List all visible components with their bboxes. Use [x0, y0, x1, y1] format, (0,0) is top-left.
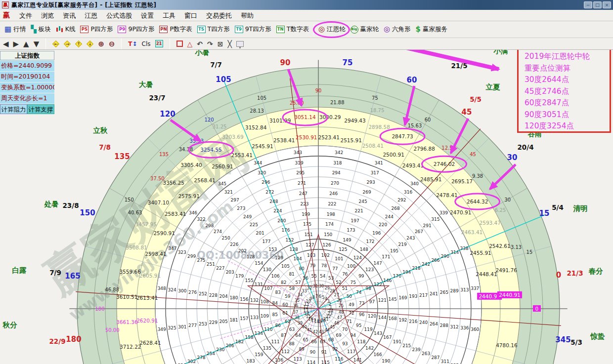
diamond-right-icon[interactable]: →	[64, 40, 71, 47]
degree-label: 90	[315, 88, 322, 93]
spiral-number: 32	[307, 286, 312, 290]
triangle-tool-icon[interactable]: △	[187, 40, 193, 48]
zoom-in-icon[interactable]: ⊕	[98, 40, 104, 48]
menu-item-资讯[interactable]: 资讯	[58, 11, 80, 20]
toolbar-button-sectors[interactable]: ▚板块	[28, 24, 53, 35]
toolbar-button-hexagon[interactable]: ◎六角形	[381, 24, 413, 35]
t-table-icon: TN	[276, 26, 285, 33]
window-title: 赢家江恩专业版[赢家服务平台] - [上证指数 江恩轮]	[11, 1, 156, 9]
menu-item-设置[interactable]: 设置	[136, 11, 158, 20]
spiral-number: 40	[302, 325, 307, 329]
minimize-button[interactable]: −	[584, 1, 592, 8]
percent-label: 50.00	[105, 327, 120, 333]
rect-tool-icon[interactable]	[176, 40, 183, 47]
t-updown-icon[interactable]: T↕	[128, 40, 137, 47]
restore-button[interactable]: □	[593, 1, 602, 8]
separator	[313, 24, 314, 35]
spiral-number: 158	[245, 335, 253, 340]
toolbar-button-p-square[interactable]: PSP四方形	[78, 24, 115, 35]
back-icon[interactable]: ◀	[3, 40, 9, 48]
forward-icon[interactable]: ▶	[13, 40, 19, 48]
spiral-number: 217	[419, 293, 428, 298]
spiral-number: 74	[356, 290, 362, 295]
solar-date-label: 23/7	[149, 94, 165, 102]
toolbar-button-t-square[interactable]: TST四方形	[195, 24, 232, 35]
diamond-left-icon[interactable]: ←	[52, 40, 59, 47]
spiral-number: 79	[310, 263, 316, 268]
rim-degree-label: 180	[66, 335, 81, 344]
spiral-number: 344	[254, 161, 262, 165]
spiral-number: 62	[285, 319, 290, 324]
spiral-number: 3	[327, 299, 330, 304]
toolbar-button-p-table[interactable]: PNP数字表	[157, 24, 194, 35]
outer-price-label: 3661.36	[116, 319, 138, 325]
toolbar-label: 板块	[39, 25, 51, 34]
toolbar-label: K线	[65, 25, 76, 34]
info-row: 周天变化步长=1	[0, 93, 54, 104]
toolbar-button-9p-square[interactable]: P99P四方形	[115, 24, 157, 35]
spiral-number: 313	[460, 287, 469, 292]
spiral-number: 29	[325, 286, 330, 290]
toolbar-button-t-table[interactable]: TNT数字表	[274, 24, 311, 35]
cross-tool-icon[interactable]: ╳	[228, 40, 232, 48]
calc-support-button[interactable]: 计算支撑	[27, 104, 54, 114]
spiral-number: 198	[327, 212, 335, 217]
menu-item-公式选股[interactable]: 公式选股	[102, 11, 136, 20]
menu-item-帮助[interactable]: 帮助	[236, 11, 258, 20]
spiral-number: 311	[441, 359, 449, 364]
rotate-cw-icon[interactable]: ↷	[207, 40, 213, 48]
spiral-number: 41	[307, 328, 312, 332]
solar-date-label: 22/9	[49, 337, 65, 345]
solar-term-label: 立夏	[485, 83, 501, 91]
spiral-number: 295	[296, 170, 305, 175]
menu-item-工具[interactable]: 工具	[158, 11, 180, 20]
toolbar-label: 9T四方形	[245, 25, 271, 34]
spiral-number: 145	[389, 297, 397, 302]
close-button[interactable]: ×	[603, 1, 611, 8]
diamond-down-icon[interactable]: ↓	[87, 40, 93, 47]
pointer-down-icon[interactable]: ▼	[34, 40, 40, 48]
spiral-number: 70	[342, 327, 348, 332]
spiral-number: 244	[385, 214, 394, 219]
spiral-number: 290	[441, 254, 449, 259]
toolbar-button-winner-service[interactable]: $赢家服务	[413, 24, 450, 35]
menu-item-交易委托[interactable]: 交易委托	[202, 11, 236, 20]
menu-item-江恩[interactable]: 江恩	[80, 11, 102, 20]
boxed-x-icon[interactable]: ⊠	[218, 40, 223, 48]
calendar-icon[interactable]: 21	[155, 40, 163, 47]
spiral-number: 300	[178, 288, 186, 293]
menu-item-浏览[interactable]: 浏览	[37, 11, 58, 20]
spiral-number: 269	[363, 190, 371, 195]
spiral-number: 197	[350, 218, 359, 223]
window-controls: − □ ×	[584, 1, 611, 8]
toolbar-button-9t-square[interactable]: T99T四方形	[232, 24, 274, 35]
outer-price-label: 3051.14	[294, 114, 316, 120]
spiral-number: 241	[430, 291, 438, 296]
toolbar-button-winner-wheel[interactable]: Big赢家轮	[348, 24, 382, 35]
spiral-number: 101	[335, 256, 343, 261]
calc-resistance-button[interactable]: 计算阻力	[0, 104, 27, 114]
menu-item-窗口[interactable]: 窗口	[180, 11, 202, 20]
spiral-number: 76	[342, 272, 348, 277]
pointer-up-icon[interactable]: ▲	[23, 40, 29, 48]
spiral-number: 90	[310, 350, 316, 355]
outer-price-label: 3101.99	[269, 118, 291, 123]
spiral-number: 339	[439, 210, 448, 215]
spiral-number: 314	[450, 250, 459, 255]
spiral-number: 111	[271, 339, 280, 344]
spiral-number: 109	[261, 314, 269, 319]
menu-item-文件[interactable]: 文件	[15, 11, 37, 20]
zoom-out-icon[interactable]: ⊖	[109, 40, 115, 48]
screen-icon[interactable]	[236, 41, 244, 47]
spiral-number: 176	[281, 228, 290, 233]
degree-label: 15	[526, 249, 533, 255]
toolbar-button-kline[interactable]: K线	[53, 24, 78, 35]
rotate-ccw-icon[interactable]: ↶	[197, 40, 203, 48]
inner-price-label: 2605.91	[139, 273, 161, 279]
spiral-number: 46	[334, 321, 339, 325]
percent-label: 31.25	[213, 124, 227, 129]
diamond-up-icon[interactable]: ↑	[75, 40, 82, 47]
cls-button[interactable]: Cls	[142, 40, 151, 47]
toolbar-button-quotes[interactable]: ▦行情	[2, 24, 28, 35]
toolbar-button-gann-wheel[interactable]: ◎江恩轮	[316, 24, 348, 35]
